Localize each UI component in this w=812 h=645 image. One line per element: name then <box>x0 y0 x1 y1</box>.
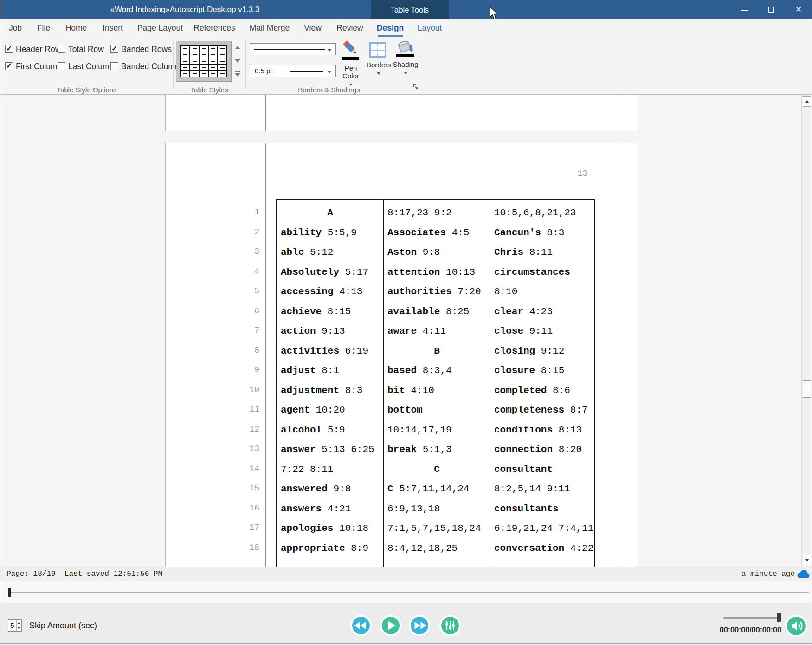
index-cell[interactable]: Associates 4:5 <box>384 223 490 243</box>
index-cell[interactable]: 7:22 8:11 <box>277 460 383 480</box>
index-cell[interactable]: answered 9:8 <box>277 479 383 499</box>
index-cell[interactable]: Cancun's 8:3 <box>490 223 595 243</box>
index-cell[interactable]: ability 5:5,9 <box>277 223 383 243</box>
tab-layout[interactable]: Layout <box>418 19 442 37</box>
index-cell[interactable]: break 5:1,3 <box>384 440 490 460</box>
index-cell[interactable]: completed 8:6 <box>490 381 595 401</box>
index-cell[interactable]: agent 10:20 <box>277 400 383 420</box>
shading-button[interactable]: Shading <box>393 40 419 76</box>
volume-slider-thumb[interactable] <box>777 613 781 622</box>
table-styles-more-button[interactable] <box>233 68 242 81</box>
index-cell[interactable]: adjust 8:1 <box>277 361 383 381</box>
index-cell[interactable]: apologies 10:18 <box>277 519 383 539</box>
tab-review[interactable]: Review <box>336 19 363 37</box>
index-cell[interactable]: 8:17,23 9:2 <box>384 203 490 223</box>
pen-color-button[interactable]: Pen Color <box>340 40 362 88</box>
tab-job[interactable]: Job <box>9 19 22 37</box>
minimize-button[interactable] <box>731 0 758 19</box>
index-cell[interactable]: action 9:13 <box>277 322 383 342</box>
index-cell[interactable]: aware 4:11 <box>384 322 490 342</box>
tab-page-layout[interactable]: Page Layout <box>137 19 183 37</box>
index-cell[interactable]: Aston 9:8 <box>384 243 490 263</box>
index-cell[interactable]: based 8:3,4 <box>384 361 490 381</box>
index-cell[interactable]: bit 4:10 <box>384 381 490 401</box>
tab-references[interactable]: References <box>193 19 235 37</box>
line-weight-dropdown[interactable]: 0.5 pt <box>250 65 336 77</box>
speaker-button[interactable] <box>785 615 807 637</box>
index-cell[interactable]: A <box>277 203 383 223</box>
table-style-thumbnail[interactable] <box>176 41 232 82</box>
table-styles-scroll-up-button[interactable] <box>233 41 242 54</box>
index-cell[interactable]: Absolutely 5:17 <box>277 263 383 283</box>
index-cell[interactable]: able 5:12 <box>277 243 383 263</box>
index-cell[interactable]: 6:19,21,24 7:4,11 <box>490 519 595 539</box>
index-cell[interactable]: 8:10 <box>490 282 595 302</box>
index-cell[interactable]: 8:2,5,14 9:11 <box>490 479 595 499</box>
index-cell[interactable]: 8:4,12,18,25 <box>384 539 490 559</box>
maximize-button[interactable] <box>758 0 785 19</box>
tab-design[interactable]: Design <box>377 19 404 37</box>
line-number: 12 <box>212 419 259 439</box>
play-button[interactable] <box>380 615 401 636</box>
table-styles-scroll-down-button[interactable] <box>233 55 242 67</box>
tab-insert[interactable]: Insert <box>103 19 123 37</box>
close-button[interactable]: ✕ <box>785 0 812 19</box>
index-cell[interactable]: 10:14,17,19 <box>384 420 490 440</box>
index-cell[interactable]: 7:1,5,7,15,18,24 <box>384 519 490 539</box>
dialog-launcher-button[interactable] <box>412 84 419 91</box>
index-cell[interactable]: close 9:11 <box>490 322 595 342</box>
index-cell[interactable]: B <box>384 342 490 361</box>
index-cell[interactable]: completeness 8:7 <box>490 400 595 420</box>
index-cell[interactable]: answers 4:21 <box>277 499 383 519</box>
borders-button[interactable]: Borders <box>367 40 391 77</box>
index-cell[interactable]: achieve 8:15 <box>277 302 383 322</box>
tab-file[interactable]: File <box>37 19 50 37</box>
index-cell[interactable]: C 5:7,11,14,24 <box>384 479 490 499</box>
index-cell[interactable]: clear 4:23 <box>490 302 595 322</box>
tab-view[interactable]: View <box>304 19 322 37</box>
tab-home[interactable]: Home <box>65 19 87 37</box>
index-cell[interactable]: bottom <box>384 400 490 420</box>
scrollbar-thumb[interactable] <box>803 380 811 398</box>
tab-mail-merge[interactable]: Mail Merge <box>250 19 290 37</box>
index-cell[interactable]: consultant <box>490 460 595 480</box>
scroll-up-button[interactable] <box>803 96 811 107</box>
document-page-previous[interactable] <box>165 95 638 131</box>
index-cell[interactable]: alcohol 5:9 <box>277 420 383 440</box>
borders-icon <box>369 42 386 58</box>
index-cell[interactable]: conditions 8:13 <box>490 420 595 440</box>
index-cell[interactable]: consultants <box>490 499 595 519</box>
document-page-current[interactable]: 13 123456789101112131415161718 A8:17,23 … <box>165 143 638 567</box>
scroll-down-button[interactable] <box>803 555 811 565</box>
index-cell[interactable]: attention 10:13 <box>384 263 490 283</box>
seek-slider-thumb[interactable] <box>8 588 11 597</box>
table-tools-context-tab[interactable]: Table Tools <box>371 0 449 19</box>
volume-slider-track[interactable] <box>723 617 779 619</box>
index-cell[interactable]: authorities 7:20 <box>384 282 490 302</box>
line-number: 14 <box>212 459 259 479</box>
index-cell[interactable]: available 8:25 <box>384 302 490 322</box>
spinner-arrows[interactable] <box>16 620 21 631</box>
index-cell[interactable]: 10:5,6,8,21,23 <box>490 203 595 223</box>
line-style-dropdown[interactable] <box>250 43 336 55</box>
index-cell[interactable]: appropriate 8:9 <box>277 539 383 559</box>
index-cell[interactable]: Chris 8:11 <box>490 243 595 263</box>
rewind-button[interactable] <box>350 615 372 636</box>
index-table[interactable]: A8:17,23 9:210:5,6,8,21,23ability 5:5,9A… <box>276 199 595 567</box>
fast-forward-button[interactable] <box>409 615 430 636</box>
index-cell[interactable]: conversation 4:22 <box>490 539 595 559</box>
index-cell[interactable]: connection 8:20 <box>490 440 595 460</box>
index-cell[interactable]: closing 9:12 <box>490 342 595 361</box>
index-cell[interactable]: 6:9,13,18 <box>384 499 490 519</box>
index-cell[interactable]: answer 5:13 6:25 <box>277 440 383 460</box>
index-cell[interactable]: adjustment 8:3 <box>277 381 383 401</box>
vertical-scrollbar[interactable] <box>801 95 811 567</box>
index-cell[interactable]: C <box>384 460 490 480</box>
index-cell[interactable]: circumstances <box>490 263 595 283</box>
seek-slider-track[interactable] <box>8 592 809 593</box>
mixer-button[interactable] <box>439 615 461 636</box>
index-cell[interactable]: accessing 4:13 <box>277 282 383 302</box>
index-cell[interactable]: closure 8:15 <box>490 361 595 381</box>
index-cell[interactable]: activities 6:19 <box>277 342 383 361</box>
skip-amount-spinner[interactable]: 5 <box>8 619 22 632</box>
